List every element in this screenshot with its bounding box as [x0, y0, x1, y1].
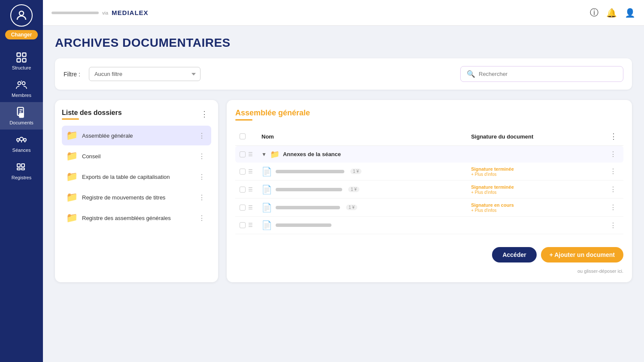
pdf-icon: 📄: [261, 166, 272, 177]
doc1-name-bar: [276, 170, 344, 173]
notification-icon[interactable]: 🔔: [606, 8, 617, 18]
doc3-menu-button[interactable]: ⋮: [608, 202, 618, 212]
select-all-checkbox[interactable]: [240, 133, 246, 139]
action-buttons-row: Accéder + Ajouter un document: [492, 247, 623, 262]
doc2-badge: 1 ¥: [348, 187, 359, 192]
doc2-checkbox[interactable]: [240, 187, 246, 193]
svg-point-11: [17, 139, 19, 141]
search-icon: 🔍: [467, 70, 475, 78]
svg-point-10: [20, 137, 23, 141]
doc2-name-bar: [276, 188, 342, 191]
doc4-menu-button[interactable]: ⋮: [608, 220, 618, 230]
doc1-sig-plus[interactable]: + Plus d'infos: [471, 172, 599, 177]
folder-exports-menu-button[interactable]: ⋮: [197, 172, 207, 182]
folder-conseil-menu-button[interactable]: ⋮: [197, 151, 207, 161]
doc3-sig-plus[interactable]: + Plus d'infos: [471, 208, 599, 213]
doc2-sig-plus[interactable]: + Plus d'infos: [471, 190, 599, 195]
ajouter-document-button[interactable]: + Ajouter un document: [541, 247, 623, 262]
sidebar-item-structure[interactable]: Structure: [0, 47, 43, 75]
svg-rect-3: [17, 58, 21, 62]
folder-item-registre-mouvements[interactable]: 📁 Registre de mouvements de titres ⋮: [62, 187, 211, 207]
sidebar-item-membres[interactable]: Membres: [0, 75, 43, 102]
folder-icon-registre-mouvements: 📁: [66, 192, 78, 203]
doc3-actions-cell: ⋮: [604, 199, 623, 217]
doc2-check-cell: ☰: [235, 181, 257, 199]
document-table: Nom Signature du document ⋮: [235, 127, 623, 234]
sidebar: Changer Structure Membres Documents: [0, 0, 43, 362]
sidebar-item-registres[interactable]: Registres: [0, 157, 43, 184]
svg-rect-13: [17, 164, 20, 167]
subfolder-sig-cell: [467, 146, 604, 163]
svg-rect-14: [21, 164, 24, 167]
folder-item-exports[interactable]: 📁 Exports de la table de capitalisation …: [62, 167, 211, 187]
folder-ag-menu-button[interactable]: ⋮: [197, 131, 207, 141]
doc1-badge: 1 ¥: [350, 169, 361, 174]
acceder-button[interactable]: Accéder: [492, 247, 536, 262]
folder-icon-exports: 📁: [66, 171, 78, 182]
table-menu-button[interactable]: ⋮: [608, 131, 619, 142]
drag-handle-icon: ☰: [248, 187, 253, 193]
sidebar-label-structure: Structure: [12, 65, 31, 70]
doc2-actions-cell: ⋮: [604, 181, 623, 199]
sidebar-label-seances: Séances: [12, 148, 31, 153]
change-button[interactable]: Changer: [5, 30, 38, 39]
folder-registre-ag-menu-button[interactable]: ⋮: [197, 213, 207, 223]
sidebar-item-seances[interactable]: Séances: [0, 130, 43, 157]
folder-name-conseil: Conseil: [82, 153, 192, 160]
subfolder-menu-button[interactable]: ⋮: [608, 149, 618, 159]
svg-rect-1: [17, 53, 21, 57]
subfolder-folder-icon: 📁: [270, 150, 279, 159]
doc3-check-cell: ☰: [235, 199, 257, 217]
left-panel-menu-button[interactable]: ⋮: [198, 109, 211, 120]
col-actions-header: ⋮: [604, 127, 623, 146]
svg-point-0: [19, 11, 24, 15]
folder-item-ag[interactable]: 📁 Assemblée générale ⋮: [62, 126, 211, 145]
subfolder-check-cell: ☰: [235, 146, 257, 163]
subfolder-row-annexes: ☰ ▼ 📁 Annexes de la séance: [235, 146, 623, 163]
doc3-name-cell: 📄 1 ¥: [257, 199, 467, 217]
sidebar-item-documents[interactable]: Documents: [0, 102, 43, 130]
chevron-icon[interactable]: ▼: [261, 151, 267, 157]
doc1-menu-button[interactable]: ⋮: [608, 166, 618, 176]
folder-item-conseil[interactable]: 📁 Conseil ⋮: [62, 146, 211, 166]
doc3-sig-status[interactable]: Signature en cours: [471, 202, 514, 208]
doc2-menu-button[interactable]: ⋮: [608, 184, 618, 194]
doc1-checkbox[interactable]: [240, 169, 246, 175]
help-icon[interactable]: ⓘ: [590, 7, 598, 18]
doc3-badge: 1 ¥: [346, 205, 357, 210]
folder-icon-ag: 📁: [66, 130, 78, 141]
doc1-check-cell: ☰: [235, 163, 257, 181]
pdf-icon: 📄: [261, 220, 272, 230]
doc1-sig-status[interactable]: Signature terminée: [471, 166, 514, 172]
svg-point-12: [24, 139, 26, 141]
sidebar-label-membres: Membres: [12, 93, 31, 98]
doc4-checkbox[interactable]: [240, 222, 246, 228]
avatar: [10, 4, 33, 27]
folder-name-exports: Exports de la table de capitalisation: [82, 174, 192, 180]
folder-item-registre-ag[interactable]: 📁 Registre des assemblées générales ⋮: [62, 208, 211, 228]
subfolder-name-cell[interactable]: ▼ 📁 Annexes de la séance: [257, 146, 467, 163]
subfolder-checkbox[interactable]: [240, 151, 246, 157]
page-title: ARCHIVES DOCUMENTAIRES: [55, 36, 632, 50]
via-text: via: [102, 10, 108, 15]
left-panel: Liste des dossiers ⋮ 📁 Assemblée général…: [55, 100, 218, 282]
svg-rect-16: [21, 168, 24, 170]
doc1-name-cell: 📄 1 ¥: [257, 163, 467, 181]
filter-select[interactable]: Aucun filtre: [89, 67, 200, 81]
folder-icon-conseil: 📁: [66, 151, 78, 162]
search-input[interactable]: [479, 71, 617, 77]
user-icon[interactable]: 👤: [625, 8, 635, 18]
logo-line: [52, 12, 99, 14]
svg-rect-15: [17, 168, 20, 170]
doc2-sig-status[interactable]: Signature terminée: [471, 184, 514, 190]
panels: Liste des dossiers ⋮ 📁 Assemblée général…: [55, 100, 632, 282]
drag-handle-icon: ☰: [248, 151, 253, 157]
folder-name-registre-ag: Registre des assemblées générales: [82, 215, 192, 221]
doc3-checkbox[interactable]: [240, 205, 246, 211]
sidebar-label-registres: Registres: [12, 175, 31, 180]
doc2-sig-cell: Signature terminée + Plus d'infos: [467, 181, 604, 199]
drag-handle-icon: ☰: [248, 205, 253, 211]
main-area: via MEDIALEX ⓘ 🔔 👤 ARCHIVES DOCUMENTAIRE…: [43, 0, 644, 362]
folder-registre-mouvements-menu-button[interactable]: ⋮: [197, 193, 207, 202]
doc4-sig-cell: [467, 217, 604, 234]
